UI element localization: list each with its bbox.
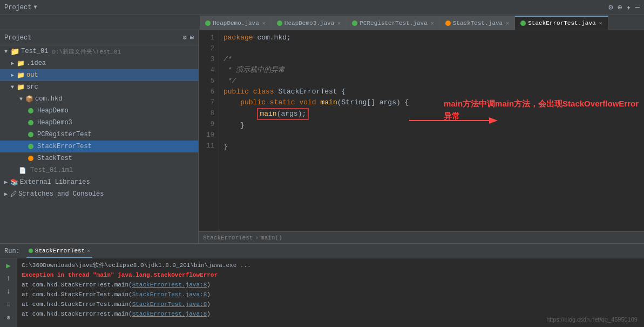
tab-icon-HeapDemo3	[277, 21, 282, 26]
run-label: Run:	[4, 248, 20, 255]
package-icon: 📦	[25, 95, 33, 103]
layout-icon[interactable]: ⊞	[190, 34, 194, 42]
toolbar-left: Project ▼	[4, 4, 37, 11]
expand-arrow-com-hkd: ▼	[19, 96, 23, 102]
file-dot-HeapDemo3	[28, 120, 33, 125]
project-label: Project	[4, 4, 31, 11]
sidebar-item-ExternalLibraries[interactable]: ▶ 📚 External Libraries	[0, 176, 198, 188]
run-button[interactable]: ▶	[4, 261, 13, 270]
sidebar-item-Test_01[interactable]: ▼ 📁 Test_01 D:\新建文件夹\Test_01	[0, 45, 198, 57]
bottom-tab-close[interactable]: ✕	[87, 248, 90, 254]
tab-label-StackTest: StackTest.java	[453, 20, 503, 26]
sidebar-item-ScratchesConsoles[interactable]: ▶ 🖊 Scratches and Consoles	[0, 188, 198, 200]
expand-arrow-Test_01: ▼	[4, 49, 8, 55]
at-text-4: at com.hkd.StackErrorTest.main(	[22, 311, 132, 317]
output-line-cmd: C:\360Downloads\java软件\eclipse8.0\jdk1.8…	[22, 261, 640, 270]
star-icon[interactable]: ✦	[626, 3, 631, 12]
bottom-tab-bar: Run: StackErrorTest ✕	[0, 244, 644, 258]
sidebar-label-idea: .idea	[26, 59, 46, 67]
tab-close-HeapDemo3[interactable]: ✕	[337, 20, 341, 26]
breadcrumb-separator: ›	[255, 235, 259, 241]
scroll-down-button[interactable]: ↓	[4, 286, 13, 296]
expand-arrow-ScratchesConsoles: ▶	[4, 191, 8, 197]
scroll-up-button[interactable]: ↑	[4, 273, 13, 283]
sidebar-label-HeapDemo: HeapDemo	[37, 107, 69, 115]
tab-HeapDemo[interactable]: HeapDemo.java ✕	[200, 16, 272, 30]
expand-arrow-ExternalLibraries: ▶	[4, 179, 8, 185]
bottom-tab-StackErrorTest[interactable]: StackErrorTest ✕	[26, 244, 92, 258]
code-area[interactable]: 1 2 3 4 5 6 7 8 9 10 11 package com.hkd;…	[199, 30, 644, 231]
sidebar-item-HeapDemo3[interactable]: HeapDemo3	[0, 117, 198, 129]
at-suffix-3: )	[207, 301, 211, 308]
cmd-text: C:\360Downloads\java软件\eclipse8.0\jdk1.8…	[22, 262, 251, 269]
tab-label-StackErrorTest: StackErrorTest.java	[528, 20, 595, 26]
tab-StackErrorTest[interactable]: StackErrorTest.java ✕	[515, 16, 608, 30]
sidebar-title: Project	[4, 34, 31, 42]
tab-bar: HeapDemo.java ✕ HeapDemo3.java ✕ PCRegis…	[0, 15, 644, 30]
sidebar-header: Project ⚙ ⊞	[0, 30, 198, 45]
sidebar-item-com-hkd[interactable]: ▼ 📦 com.hkd	[0, 93, 198, 105]
sidebar-item-StackErrorTest[interactable]: StackErrorTest	[0, 141, 198, 152]
breadcrumb-bar: StackErrorTest › main()	[199, 231, 644, 243]
sidebar-item-PCRegisterTest[interactable]: PCRegisterTest	[0, 129, 198, 141]
code-content[interactable]: package com.hkd; /* * 演示栈中的异常 */ public …	[219, 30, 644, 231]
run-tab-icon	[29, 249, 33, 253]
tab-close-PCRegisterTest[interactable]: ✕	[431, 20, 434, 26]
sidebar-label-com-hkd: com.hkd	[35, 95, 62, 103]
sidebar-item-StackTest[interactable]: StackTest	[0, 152, 198, 164]
sidebar-item-out[interactable]: ▶ 📁 out	[0, 69, 198, 81]
filter-button[interactable]: ≡	[4, 299, 13, 309]
tab-HeapDemo3[interactable]: HeapDemo3.java ✕	[272, 16, 347, 30]
sidebar-label-src: src	[26, 83, 38, 91]
output-line-at2: at com.hkd.StackErrorTest.main(StackErro…	[22, 290, 640, 299]
sidebar-label-StackTest: StackTest	[37, 155, 72, 162]
at-link-1[interactable]: StackErrorTest.java:8	[132, 282, 207, 288]
at-link-3[interactable]: StackErrorTest.java:8	[132, 301, 207, 308]
at-text-3: at com.hkd.StackErrorTest.main(	[22, 301, 132, 308]
file-dot-HeapDemo	[28, 108, 33, 114]
main-area: Project ⚙ ⊞ ▼ 📁 Test_01 D:\新建文件夹\Test_01…	[0, 30, 644, 243]
tab-icon-HeapDemo	[205, 21, 211, 26]
breadcrumb-class: StackErrorTest	[203, 235, 253, 241]
expand-arrow-idea: ▶	[11, 60, 14, 66]
tab-close-StackErrorTest[interactable]: ✕	[599, 20, 602, 26]
bottom-tab-label: StackErrorTest	[35, 248, 85, 254]
tab-close-StackTest[interactable]: ✕	[506, 20, 509, 26]
at-link-4[interactable]: StackErrorTest.java:8	[132, 311, 207, 317]
at-suffix-2: )	[207, 291, 211, 298]
tab-StackTest[interactable]: StackTest.java ✕	[440, 16, 515, 30]
watermark: https://blog.csdn.net/qq_45950109	[546, 316, 638, 323]
folder-icon-idea: 📁	[17, 59, 25, 68]
sidebar-path-Test_01: D:\新建文件夹\Test_01	[52, 48, 121, 56]
tab-PCRegisterTest[interactable]: PCRegisterTest.java ✕	[347, 16, 439, 30]
chevron-down-icon[interactable]: ▼	[33, 4, 37, 10]
settings-icon[interactable]: ⚙	[608, 3, 613, 12]
minimize-icon[interactable]: —	[635, 3, 640, 12]
sidebar-label-ExternalLibraries: External Libraries	[20, 178, 90, 186]
iml-icon: 📄	[19, 167, 26, 174]
top-toolbar: Project ▼ ⚙ ⊕ ✦ —	[0, 0, 644, 15]
annotation-line2: 异常	[444, 111, 460, 121]
sidebar-label-Test_01: Test_01	[21, 48, 48, 55]
sidebar-item-HeapDemo[interactable]: HeapDemo	[0, 105, 198, 117]
output-line-at1: at com.hkd.StackErrorTest.main(StackErro…	[22, 280, 640, 290]
at-text-1: at com.hkd.StackErrorTest.main(	[22, 282, 132, 288]
sidebar-item-idea[interactable]: ▶ 📁 .idea	[0, 57, 198, 69]
sidebar-label-StackErrorTest: StackErrorTest	[37, 143, 92, 150]
folder-icon-out: 📁	[17, 71, 25, 79]
sidebar-label-ScratchesConsoles: Scratches and Consoles	[18, 190, 104, 198]
output-line-error: Exception in thread "main" java.lang.Sta…	[22, 270, 640, 280]
settings-button[interactable]: ⚙	[4, 312, 13, 322]
scratch-icon: 🖊	[10, 190, 17, 198]
gear-icon[interactable]: ⚙	[183, 34, 187, 42]
tab-close-HeapDemo[interactable]: ✕	[262, 20, 266, 26]
sidebar-item-src[interactable]: ▼ 📁 src	[0, 81, 198, 93]
split-icon[interactable]: ⊕	[618, 3, 622, 12]
tab-label-HeapDemo3: HeapDemo3.java	[284, 20, 334, 26]
toolbar-icons: ⚙ ⊕ ✦ —	[608, 3, 640, 12]
sidebar-item-Test01-iml[interactable]: 📄 Test_01.iml	[0, 164, 198, 176]
output-line-at3: at com.hkd.StackErrorTest.main(StackErro…	[22, 299, 640, 309]
error-text: Exception in thread "main" java.lang.Sta…	[22, 272, 218, 278]
file-dot-StackTest	[28, 156, 33, 161]
at-link-2[interactable]: StackErrorTest.java:8	[132, 291, 207, 298]
